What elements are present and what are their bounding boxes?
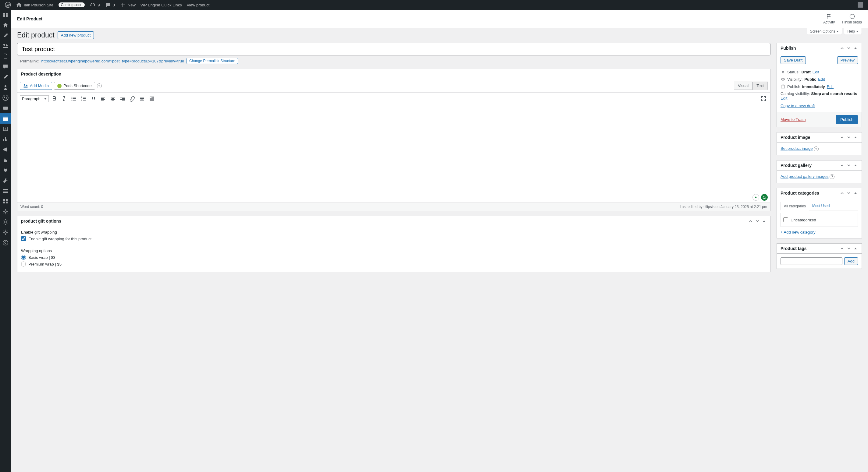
publish-button[interactable]: Publish [836,115,858,124]
enable-gift-checkbox[interactable] [21,236,26,241]
grammarly-icon[interactable] [761,194,768,201]
new-link[interactable]: New [117,0,138,10]
nav-appearance[interactable] [0,155,11,165]
nav-comments[interactable] [0,62,11,72]
chevron-down-icon[interactable] [755,218,760,224]
nav-dashboard[interactable] [0,10,11,20]
nav-acf[interactable] [0,186,11,196]
nav-products[interactable] [0,113,11,124]
site-link[interactable]: Iain Poulson Site [13,0,56,10]
wpengine-link[interactable]: WP Engine Quick Links [138,0,184,10]
finish-setup-button[interactable]: Finish setup [842,13,862,24]
nav-plugins[interactable] [0,165,11,175]
caret-up-icon[interactable] [853,246,858,251]
chevron-down-icon[interactable] [846,163,851,168]
nav-payments[interactable]: $ [0,124,11,134]
change-permalink-button[interactable]: Change Permalink Structure [187,58,238,64]
wrap-option-basic[interactable]: Basic wrap | $3 [21,255,767,260]
bold-button[interactable] [50,94,59,103]
nav-analytics[interactable] [0,134,11,144]
nav-posts[interactable] [0,30,11,41]
coming-soon-badge[interactable]: Coming soon [56,0,88,10]
more-button[interactable] [138,94,146,103]
chevron-down-icon[interactable] [846,191,851,196]
chevron-up-icon[interactable] [840,163,844,168]
visual-tab[interactable]: Visual [734,81,752,90]
align-right-button[interactable] [118,94,127,103]
chevron-up-icon[interactable] [840,246,844,251]
nav-jetpack[interactable] [0,93,11,103]
wp-logo[interactable] [2,0,13,10]
view-product-link[interactable]: View product [184,0,212,10]
user-menu[interactable] [855,0,866,10]
caret-up-icon[interactable] [853,163,858,168]
number-list-button[interactable]: 123 [79,94,88,103]
italic-button[interactable] [60,94,68,103]
nav-marketing[interactable] [0,144,11,155]
nav-cpt[interactable] [0,196,11,206]
category-checkbox[interactable] [783,217,788,222]
help-tab[interactable]: Help [844,28,862,34]
nav-users[interactable] [0,82,11,93]
chevron-down-icon[interactable] [846,135,851,140]
nav-tools[interactable] [0,175,11,186]
edit-status-link[interactable]: Edit [812,70,819,74]
nav-woo[interactable] [0,103,11,113]
align-left-button[interactable] [99,94,107,103]
add-tag-button[interactable]: Add [844,257,858,265]
move-trash-link[interactable]: Move to Trash [780,117,806,122]
fullscreen-button[interactable] [759,94,768,103]
set-product-image-link[interactable]: Set product image [780,146,813,151]
chevron-up-icon[interactable] [840,191,844,196]
chevron-down-icon[interactable] [846,46,851,50]
edit-catalog-link[interactable]: Edit [780,96,787,100]
caret-up-icon[interactable] [762,218,767,224]
nav-media[interactable] [0,41,11,51]
nav-settings1[interactable] [0,206,11,217]
toolbar-toggle-button[interactable] [148,94,156,103]
category-uncategorized[interactable]: Uncategorized [783,217,855,222]
nav-settings2[interactable] [0,217,11,227]
most-used-tab[interactable]: Most Used [809,202,833,210]
tag-input[interactable] [780,257,842,265]
chevron-up-icon[interactable] [748,218,753,224]
nav-custom1[interactable] [0,72,11,82]
save-draft-button[interactable]: Save Draft [780,56,806,64]
nav-collapse[interactable] [0,238,11,248]
editor-content[interactable] [18,105,770,203]
activity-button[interactable]: Activity [823,13,835,24]
caret-up-icon[interactable] [853,46,858,50]
add-media-button[interactable]: Add Media [20,82,52,90]
comments-link[interactable]: 0 [102,0,117,10]
enable-gift-checkbox-row[interactable]: Enable gift wrapping for this product [21,236,767,241]
help-icon[interactable]: ? [814,146,818,151]
help-icon[interactable]: ? [830,174,835,179]
link-button[interactable] [128,94,136,103]
edit-date-link[interactable]: Edit [827,85,834,89]
text-tab[interactable]: Text [752,81,768,90]
yoast-icon[interactable] [752,194,759,201]
updates-link[interactable]: 9 [87,0,102,10]
copy-draft-link[interactable]: Copy to a new draft [780,104,815,108]
caret-up-icon[interactable] [853,191,858,196]
preview-button[interactable]: Preview [837,56,858,64]
wrap-option-premium[interactable]: Premium wrap | $5 [21,262,767,266]
nav-pages[interactable] [0,51,11,62]
format-select[interactable]: Paragraph [20,95,49,102]
edit-visibility-link[interactable]: Edit [818,77,825,81]
permalink-url[interactable]: https://acftest3.wpenginepowered.com/?po… [41,59,184,63]
quote-button[interactable] [89,94,97,103]
add-category-link[interactable]: + Add new category [780,230,815,234]
chevron-down-icon[interactable] [846,246,851,251]
caret-up-icon[interactable] [853,135,858,140]
wrap-radio-premium[interactable] [21,262,26,266]
wrap-radio-basic[interactable] [21,255,26,260]
pods-shortcode-button[interactable]: Pods Shortcode [54,82,95,90]
bullet-list-button[interactable] [69,94,78,103]
screen-options-tab[interactable]: Screen Options [807,28,842,34]
nav-home[interactable] [0,20,11,30]
nav-settings3[interactable] [0,227,11,238]
chevron-up-icon[interactable] [840,46,844,50]
add-gallery-link[interactable]: Add product gallery images [780,174,829,179]
help-icon[interactable]: ? [97,83,102,88]
